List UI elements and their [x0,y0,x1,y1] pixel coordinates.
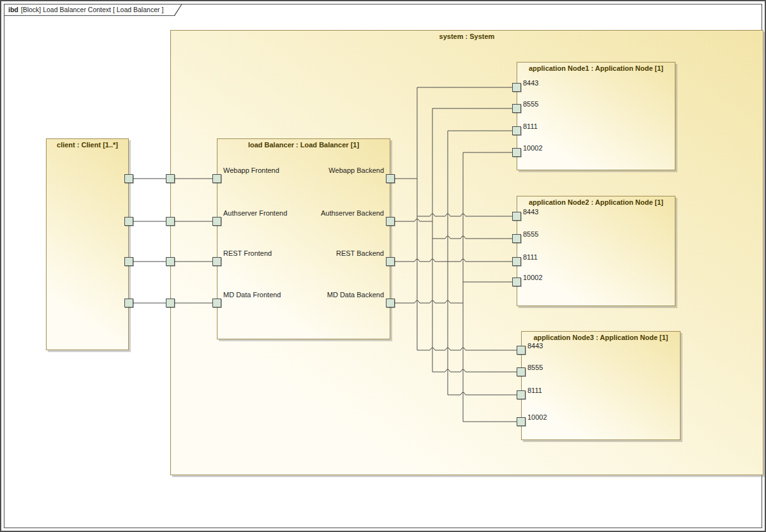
connector-authserver-8555[interactable] [390,108,521,372]
port-load-balancer-rest-backend[interactable] [386,257,395,266]
port-client-345[interactable] [124,217,133,226]
port-application-node2-8111[interactable] [512,257,521,266]
port-label: 10002 [523,144,543,152]
port-client-473[interactable] [124,299,133,307]
diagram-tab-text: ibd[Block] Load Balancer Context [ Load … [4,4,181,15]
port-application-node3-8555[interactable] [517,367,526,376]
port-client-408[interactable] [124,257,133,266]
port-load-balancer-authserver-frontend[interactable] [212,217,221,226]
port-label: MD Data Backend [256,291,384,299]
port-application-node2-10002[interactable] [512,277,521,286]
port-load-balancer-md-data-backend[interactable] [386,299,395,307]
port-load-balancer-webapp-frontend[interactable] [212,174,221,183]
port-application-node2-8443[interactable] [512,212,521,221]
port-load-balancer-md-data-frontend[interactable] [212,299,221,307]
port-application-node1-8111[interactable] [512,126,521,135]
port-load-balancer-rest-frontend[interactable] [212,257,221,266]
port-label: 8111 [523,122,538,130]
port-label: 10002 [527,413,547,421]
connector-rest-8111[interactable] [390,131,521,395]
port-label: Webapp Backend [256,166,384,174]
diagram-title: [Block] Load Balancer Context [ Load Bal… [21,6,164,13]
port-label: 10002 [523,274,543,281]
port-application-node1-8555[interactable] [512,104,521,113]
port-application-node1-10002[interactable] [512,148,521,157]
port-system-408[interactable] [166,257,175,266]
diagram-tab: ibd[Block] Load Balancer Context [ Load … [4,4,182,16]
diagram-canvas: ibd[Block] Load Balancer Context [ Load … [0,0,766,532]
port-label: 8111 [527,387,542,394]
port-application-node2-8555[interactable] [512,234,521,243]
port-label: 8555 [523,100,538,108]
diagram-kind-label: ibd [8,6,18,13]
connector-layer [1,1,766,532]
port-application-node3-8443[interactable] [517,346,526,355]
port-load-balancer-webapp-backend[interactable] [386,174,395,183]
port-label: 8555 [523,230,538,238]
port-client-278[interactable] [124,174,133,183]
port-application-node3-8111[interactable] [517,390,526,399]
port-label: Authserver Backend [256,209,384,217]
port-label: 8443 [523,79,538,87]
port-system-278[interactable] [166,174,175,183]
port-label: 8555 [527,364,543,371]
port-label: 8443 [527,342,543,350]
port-label: 8443 [523,208,538,216]
port-application-node3-10002[interactable] [517,417,526,426]
port-load-balancer-authserver-backend[interactable] [386,217,395,226]
port-application-node1-8443[interactable] [512,83,521,92]
port-system-345[interactable] [166,217,175,226]
port-system-473[interactable] [166,299,175,307]
port-label: REST Backend [256,249,384,257]
connector-md-data-10002[interactable] [390,152,521,422]
port-label: 8111 [523,253,538,261]
connector-webapp-8443[interactable] [390,87,521,350]
